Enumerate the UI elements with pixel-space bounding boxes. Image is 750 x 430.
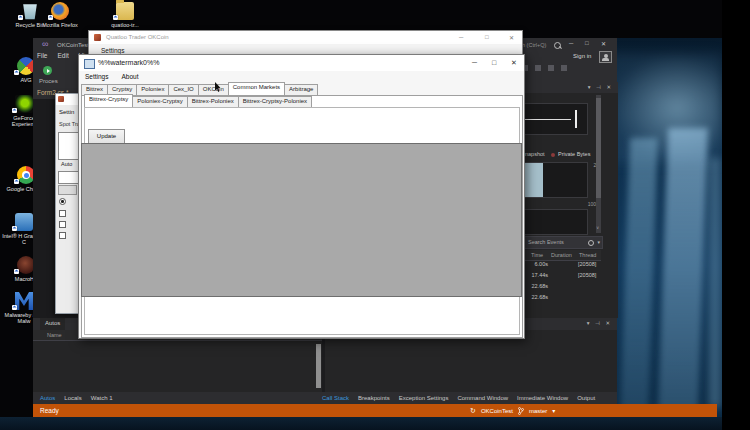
diagnostic-panel-header: ▾ ⊣ ✕	[521, 82, 618, 93]
pair-tab[interactable]: Bittrex-Cryptsy-Poloniex	[238, 96, 312, 108]
bottom-tab[interactable]: Autos	[40, 395, 55, 401]
menu-settings[interactable]: Settings	[85, 73, 109, 80]
chevron-down-icon[interactable]: ▾	[597, 239, 600, 245]
event-row[interactable]: 22.68s	[524, 283, 601, 294]
close-button[interactable]: ✕	[511, 59, 517, 67]
maximize-button[interactable]: □	[492, 59, 496, 66]
text-input[interactable]	[58, 171, 80, 184]
vs-minimize-button[interactable]: ─	[569, 40, 573, 46]
market-tab[interactable]: OKCoin	[198, 84, 229, 96]
diagnostic-scrollbar[interactable]: ∨	[596, 95, 601, 233]
event-time: 22.68s	[526, 283, 548, 289]
toolbar-icon[interactable]	[561, 65, 567, 71]
bottom-tab[interactable]: Breakpoints	[358, 395, 390, 401]
shortcut-arrow-icon	[14, 269, 19, 274]
bottom-tab[interactable]: Locals	[64, 395, 81, 401]
event-time: 17.44s	[526, 272, 548, 278]
pair-tab[interactable]: Bittrex-Poloniex	[187, 96, 239, 108]
panel-window-buttons[interactable]: ▾ ⊣ ✕	[588, 84, 613, 90]
watch-tab-group: AutosLocalsWatch 1	[40, 392, 112, 401]
scrollbar-thumb[interactable]	[596, 98, 601, 198]
process-dropdown-label[interactable]: Proces	[39, 78, 58, 84]
market-tab[interactable]: Cex_IO	[168, 84, 198, 96]
memory-graph-bar	[525, 163, 543, 197]
menu-file[interactable]: File	[37, 52, 47, 59]
chart-current-marker	[575, 110, 577, 128]
sign-in-link[interactable]: Sign in	[573, 53, 591, 59]
quatloo-settings-dialog-partial: Settin Spot Tra Auto	[55, 93, 80, 314]
spot-trade-label: Spot Tra	[59, 121, 80, 127]
app-icon	[58, 96, 64, 102]
desktop-icon-glyph	[15, 95, 33, 113]
menu-about[interactable]: About	[122, 73, 139, 80]
avatar-icon[interactable]	[599, 51, 612, 63]
diagnostic-tools-panel: ▾ ⊣ ✕ napshot Private Bytes 25 0 100 Sea…	[520, 82, 618, 318]
event-row[interactable]: 17.44s [20508]	[524, 272, 601, 283]
bottom-tab[interactable]: Watch 1	[91, 395, 113, 401]
chart-placeholder-panel	[81, 143, 522, 297]
update-button[interactable]: Update	[88, 129, 125, 144]
event-time: 6.00s	[526, 261, 548, 267]
checkbox[interactable]	[59, 232, 66, 239]
dialog-title: Quatloo Trader OKCoin	[106, 34, 169, 40]
shortcut-arrow-icon	[14, 70, 19, 75]
toolbar-icon[interactable]	[535, 65, 541, 71]
maximize-button[interactable]: □	[485, 34, 489, 40]
checkbox[interactable]	[59, 210, 66, 217]
list-box[interactable]	[58, 132, 80, 160]
radio-button[interactable]	[59, 198, 66, 205]
git-branch-icon	[518, 407, 524, 415]
minimize-button[interactable]: ─	[459, 34, 463, 40]
autos-column-name[interactable]: Name	[47, 332, 62, 338]
chevron-down-icon[interactable]: ▾	[552, 407, 555, 414]
search-icon	[588, 240, 594, 246]
menu-settings[interactable]: Settings	[101, 47, 125, 54]
market-tab[interactable]: Arbitrage	[284, 84, 318, 96]
window-title: %%watermark0%%	[98, 59, 159, 66]
take-snapshot-button[interactable]: napshot	[525, 151, 545, 157]
chart-baseline	[525, 119, 571, 120]
app-icon	[94, 34, 101, 41]
desktop-screen: Recycle Bin Mozilla Firefox quatloo-tr..…	[0, 0, 750, 430]
search-events-box[interactable]: Search Events ▾	[524, 236, 603, 249]
panel-window-buttons[interactable]: ▾ ⊣ ✕	[587, 320, 612, 326]
events-table-rows: 6.00s [20508] 17.44s [20508] 22.68s 22.6…	[524, 261, 601, 305]
pair-tab[interactable]: Poloniex-Cryptsy	[132, 96, 187, 108]
market-tab[interactable]: Poloniex	[136, 84, 169, 96]
bottom-tab[interactable]: Immediate Window	[517, 395, 568, 401]
continue-run-button[interactable]	[43, 66, 52, 75]
event-row[interactable]: 6.00s [20508]	[524, 261, 601, 272]
event-time: 22.68s	[526, 294, 548, 300]
events-col-time[interactable]: Time	[531, 252, 543, 258]
dialog-title-bar[interactable]	[56, 94, 80, 105]
market-tab[interactable]: Common Markets	[228, 82, 285, 96]
status-project-name[interactable]: OKCoinTest	[481, 408, 513, 414]
search-events-label: Search Events	[528, 239, 564, 245]
event-row[interactable]: 22.68s	[524, 294, 601, 305]
events-col-thread[interactable]: Thread	[579, 252, 596, 258]
events-col-duration[interactable]: Duration	[551, 252, 572, 258]
minimize-button[interactable]: ─	[472, 59, 477, 66]
menu-edit[interactable]: Edit	[57, 52, 68, 59]
bottom-tab[interactable]: Call Stack	[322, 395, 349, 401]
refresh-icon[interactable]: ↻	[470, 407, 476, 414]
vs-close-button[interactable]: ✕	[601, 40, 606, 47]
pair-tab[interactable]: Bittrex-Cryptsy	[84, 94, 133, 108]
private-bytes-legend-label: Private Bytes	[558, 151, 590, 157]
bottom-tab[interactable]: Command Window	[457, 395, 508, 401]
settings-menu-label[interactable]: Settin	[59, 109, 74, 115]
vs-maximize-button[interactable]: □	[585, 40, 589, 46]
search-icon[interactable]	[554, 42, 561, 49]
bottom-tab[interactable]: Exception Settings	[399, 395, 449, 401]
small-button[interactable]	[58, 185, 77, 195]
status-branch-name[interactable]: master	[529, 408, 547, 414]
scrollbar-down-arrow[interactable]: ∨	[596, 225, 599, 230]
checkbox[interactable]	[59, 221, 66, 228]
close-button[interactable]: ✕	[509, 34, 514, 41]
toolbar-icon[interactable]	[548, 65, 554, 71]
vs-quick-search-hint[interactable]: h (Ctrl+Q)	[522, 42, 546, 48]
app-icon	[84, 59, 95, 69]
autos-scrollbar[interactable]	[316, 344, 321, 388]
bottom-tab[interactable]: Output	[577, 395, 595, 401]
vs-toolbar-icons	[522, 65, 567, 71]
